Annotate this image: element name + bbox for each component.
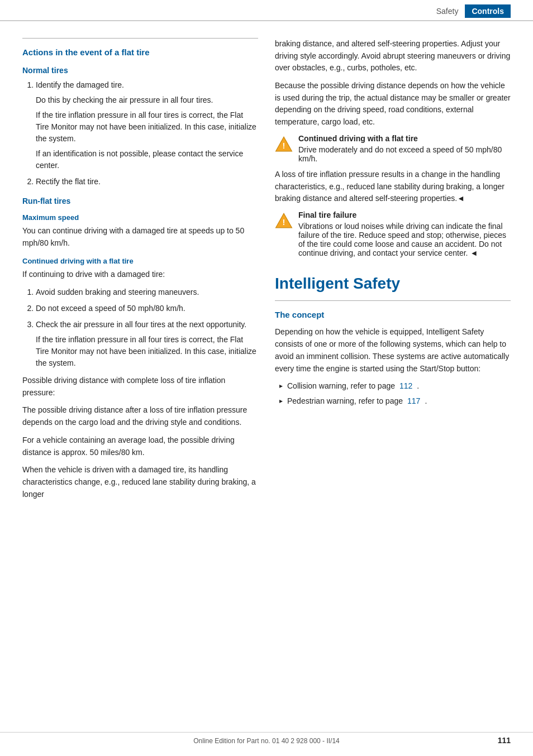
step1-sub1: Do this by checking the air pressure in … [36, 94, 258, 106]
top-nav: Safety Controls [0, 0, 533, 21]
nav-safety[interactable]: Safety [430, 4, 465, 18]
max-speed-text: You can continue driving with a damaged … [22, 225, 258, 249]
step3-sub: If the tire inflation pressure in all fo… [36, 334, 258, 369]
continued-driving-list: Avoid sudden braking and steering maneuv… [22, 286, 258, 369]
concept-text: Depending on how the vehicle is equipped… [275, 326, 511, 375]
back-ref-2: ◄ [470, 248, 478, 257]
list-item: Pedestrian warning, refer to page 117. [279, 395, 511, 407]
normal-tires-heading: Normal tires [22, 66, 258, 75]
top-divider [22, 38, 258, 39]
list-item: Rectify the flat tire. [36, 176, 258, 188]
max-speed-heading: Maximum speed [22, 213, 258, 222]
driving-distance-intro: Possible driving distance with complete … [22, 375, 258, 399]
svg-text:!: ! [283, 218, 285, 227]
intelligent-safety-divider [275, 300, 511, 301]
step1-sub2: If the tire inflation pressure in all fo… [36, 109, 258, 145]
warning-2-content: Final tire failure Vibrations or loud no… [298, 210, 511, 257]
concept-heading: The concept [275, 310, 511, 319]
main-content: Actions in the event of a flat tire Norm… [0, 21, 533, 539]
footer: Online Edition for Part no. 01 40 2 928 … [0, 732, 533, 745]
page-number: 111 [498, 736, 511, 745]
warning-1-content: Continued driving with a flat tire Drive… [298, 134, 511, 163]
warning-box-2: ! Final tire failure Vibrations or loud … [275, 210, 511, 257]
bullet-2-link[interactable]: 117 [407, 395, 420, 407]
bullet-2-text: Pedestrian warning, refer to page [287, 395, 403, 407]
page: Safety Controls Actions in the event of … [0, 0, 533, 756]
step1-sub3: If an identification is not possible, pl… [36, 148, 258, 171]
left-column: Actions in the event of a flat tire Norm… [22, 38, 258, 506]
section-title-flat-tire: Actions in the event of a flat tire [22, 47, 258, 57]
warning-icon-1: ! [275, 135, 293, 153]
driving-distance-para3: When the vehicle is driven with a damage… [22, 464, 258, 500]
nav-controls[interactable]: Controls [465, 4, 511, 18]
continued-driving-heading: Continued driving with a flat tire [22, 257, 258, 265]
warning-box-1: ! Continued driving with a flat tire Dri… [275, 134, 511, 163]
concept-bullets: Collision warning, refer to page 112. Pe… [275, 380, 511, 407]
continued-driving-intro: If continuing to drive with a damaged ti… [22, 269, 258, 281]
warning-1-title: Continued driving with a flat tire [298, 134, 511, 143]
driving-distance-para1: The possible driving distance after a lo… [22, 404, 258, 428]
list-item: Identify the damaged tire. Do this by ch… [36, 79, 258, 171]
bullet-1-link[interactable]: 112 [399, 380, 412, 392]
right-column: braking distance, and altered self-steer… [275, 38, 511, 506]
back-ref-1: ◄ [457, 194, 465, 203]
footer-text: Online Edition for Part no. 01 40 2 928 … [193, 737, 340, 745]
bullet-1-text: Collision warning, refer to page [287, 380, 395, 392]
list-item: Avoid sudden braking and steering maneuv… [36, 286, 258, 298]
continued-text: braking distance, and altered self-steer… [275, 38, 511, 74]
list-item: Collision warning, refer to page 112. [279, 380, 511, 392]
warning-icon-2: ! [275, 212, 293, 229]
run-flat-tires-heading: Run-flat tires [22, 197, 258, 205]
intelligent-safety-title: Intelligent Safety [275, 274, 511, 293]
driving-distance-para2: For a vehicle containing an average load… [22, 434, 258, 458]
bullet-2-suffix: . [425, 395, 427, 407]
warning-2-title: Final tire failure [298, 210, 511, 219]
list-item: Do not exceed a speed of 50 mph/80 km/h. [36, 303, 258, 314]
distance-note: Because the possible driving distance de… [275, 80, 511, 128]
handling-note: A loss of tire inflation pressure result… [275, 169, 511, 205]
normal-tires-list: Identify the damaged tire. Do this by ch… [22, 79, 258, 188]
warning-1-text: Drive moderately and do not exceed a spe… [298, 145, 502, 163]
bullet-1-suffix: . [417, 380, 419, 392]
list-item: Check the air pressure in all four tires… [36, 319, 258, 369]
svg-text:!: ! [283, 141, 285, 150]
